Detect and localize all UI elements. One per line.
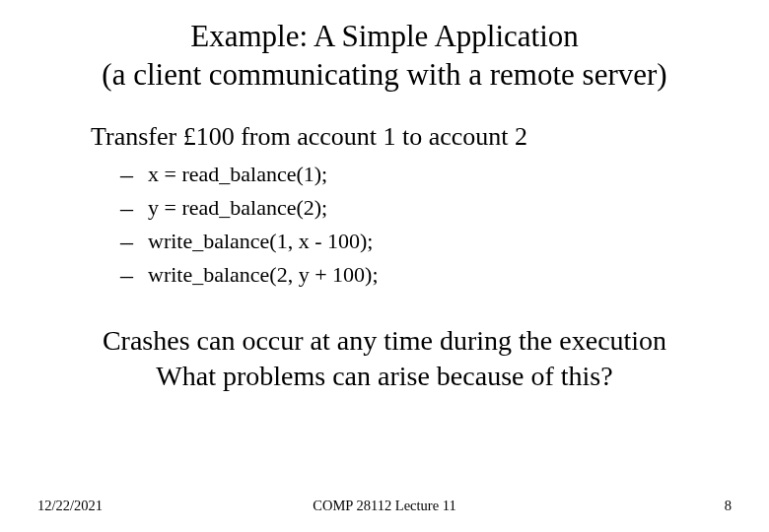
slide-footer: 12/22/2021 COMP 28112 Lecture 11 8 — [0, 498, 769, 514]
bullet-dash-icon: – — [120, 263, 148, 289]
footer-page-number: 8 — [725, 498, 732, 514]
code-list: – x = read_balance(1); – y = read_balanc… — [91, 158, 714, 292]
slide-body: Transfer £100 from account 1 to account … — [16, 122, 753, 292]
code-line: write_balance(2, y + 100); — [148, 258, 379, 292]
footer-date: 12/22/2021 — [37, 498, 103, 514]
footer-course: COMP 28112 Lecture 11 — [313, 498, 455, 514]
list-item: – y = read_balance(2); — [120, 191, 714, 225]
bullet-dash-icon: – — [120, 163, 148, 188]
slide-title: Example: A Simple Application (a client … — [16, 18, 753, 95]
title-line-2: (a client communicating with a remote se… — [102, 57, 666, 92]
code-line: x = read_balance(1); — [148, 158, 327, 191]
closing-text: Crashes can occur at any time during the… — [16, 323, 753, 395]
closing-line-2: What problems can arise because of this? — [156, 361, 612, 391]
closing-line-1: Crashes can occur at any time during the… — [103, 325, 666, 356]
code-line: write_balance(1, x - 100); — [148, 225, 373, 258]
list-item: – write_balance(1, x - 100); — [120, 225, 714, 258]
title-line-1: Example: A Simple Application — [190, 19, 579, 53]
code-line: y = read_balance(2); — [148, 191, 327, 225]
bullet-dash-icon: – — [120, 230, 148, 255]
list-item: – write_balance(2, y + 100); — [120, 258, 714, 292]
slide: Example: A Simple Application (a client … — [0, 0, 769, 532]
lead-text: Transfer £100 from account 1 to account … — [91, 122, 714, 152]
list-item: – x = read_balance(1); — [120, 158, 714, 191]
bullet-dash-icon: – — [120, 196, 148, 222]
